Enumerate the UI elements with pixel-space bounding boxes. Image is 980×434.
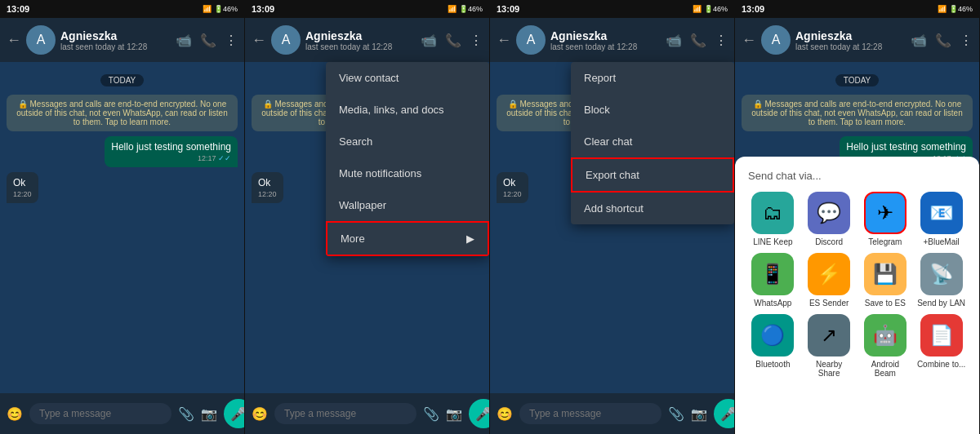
share-label-bluetooth: Bluetooth	[755, 360, 790, 369]
share-label-line-keep: LINE Keep	[753, 237, 792, 246]
phone-icon-3[interactable]: 📞	[690, 33, 706, 48]
share-item-bluetooth[interactable]: 🔵 Bluetooth	[748, 314, 798, 378]
share-label-whatsapp: WhatsApp	[754, 299, 791, 308]
bubble-in-1: Ok 12:20	[7, 172, 38, 203]
time-1: 13:09	[7, 4, 29, 14]
back-button-1[interactable]: ←	[7, 32, 21, 49]
menu-item-wallpaper[interactable]: Wallpaper	[326, 189, 489, 221]
share-item-nearby-share[interactable]: ↗ Nearby Share	[804, 314, 854, 378]
share-item-send-lan[interactable]: 📡 Send by LAN	[916, 253, 966, 308]
bubble-in-time-2: 12:20	[258, 190, 277, 198]
share-label-send-lan: Send by LAN	[917, 299, 965, 308]
share-item-combine[interactable]: 📄 Combine to...	[916, 314, 966, 378]
share-item-save-es[interactable]: 💾 Save to ES	[861, 253, 911, 308]
back-button-2[interactable]: ←	[252, 32, 266, 49]
bubble-in-time-1: 12:20	[13, 190, 32, 198]
camera-icon-2[interactable]: 📷	[446, 406, 462, 422]
message-input-1[interactable]	[29, 403, 172, 424]
menu-item-mute[interactable]: Mute notifications	[326, 157, 489, 189]
header-info-2: Agnieszka last seen today at 12:28	[305, 29, 416, 51]
video-call-icon-4[interactable]: 📹	[911, 33, 927, 48]
es-sender-icon: ⚡	[808, 253, 850, 295]
header-actions-1: 📹 📞 ⋮	[176, 33, 238, 48]
menu-item-export-chat[interactable]: Export chat	[571, 157, 734, 193]
more-icon-4[interactable]: ⋮	[960, 33, 973, 48]
share-item-discord[interactable]: 💬 Discord	[804, 192, 854, 246]
video-call-icon-2[interactable]: 📹	[421, 33, 437, 48]
bluetooth-icon: 🔵	[751, 314, 794, 356]
share-label-save-es: Save to ES	[865, 299, 906, 308]
camera-icon-1[interactable]: 📷	[201, 406, 217, 422]
whatsapp-icon: 📱	[751, 253, 794, 295]
share-item-android-beam[interactable]: 🤖 Android Beam	[861, 314, 911, 378]
panel-1: 13:09 📶 🔋46% ← A Agnieszka last seen tod…	[0, 0, 245, 434]
status-icons-1: 📶 🔋46%	[203, 5, 238, 13]
message-input-3[interactable]	[519, 403, 662, 424]
header-info-4: Agnieszka last seen today at 12:28	[795, 29, 906, 51]
menu-item-clear-chat[interactable]: Clear chat	[571, 126, 734, 157]
phone-icon-4[interactable]: 📞	[935, 33, 951, 48]
menu-item-media[interactable]: Media, links, and docs	[326, 94, 489, 126]
emoji-icon-1[interactable]: 😊	[7, 406, 23, 422]
menu-item-add-shortcut[interactable]: Add shortcut	[571, 193, 734, 224]
contact-status-3: last seen today at 12:28	[550, 42, 661, 51]
share-item-telegram[interactable]: ✈ Telegram	[861, 192, 911, 246]
avatar-2: A	[271, 25, 301, 55]
attach-icon-3[interactable]: 📎	[668, 406, 684, 422]
camera-icon-3[interactable]: 📷	[691, 406, 707, 422]
message-input-2[interactable]	[274, 403, 416, 424]
share-item-es-sender[interactable]: ⚡ ES Sender	[804, 253, 854, 308]
bubble-in-time-3: 12:20	[503, 190, 522, 198]
panel-2: 13:09 📶 🔋46% ← A Agnieszka last seen tod…	[245, 0, 490, 434]
more-icon-2[interactable]: ⋮	[470, 33, 483, 48]
mic-button-1[interactable]: 🎤	[224, 399, 245, 428]
system-message-1: 🔒 Messages and calls are end-to-end encr…	[7, 95, 238, 131]
time-3: 13:09	[497, 4, 519, 14]
discord-icon: 💬	[808, 192, 850, 234]
emoji-icon-3[interactable]: 😊	[497, 406, 513, 422]
phone-icon-1[interactable]: 📞	[200, 33, 216, 48]
phone-icon-2[interactable]: 📞	[445, 33, 461, 48]
chat-input-bar-2: 😊 📎 📷 🎤	[245, 393, 489, 434]
mic-button-3[interactable]: 🎤	[714, 399, 735, 428]
status-bar-4: 13:09 📶 🔋46%	[735, 0, 979, 18]
more-icon-3[interactable]: ⋮	[715, 33, 728, 48]
contact-name-3: Agnieszka	[550, 29, 661, 42]
date-badge-1: TODAY	[7, 72, 238, 86]
dropdown-menu-3: Report Block Clear chat Export chat Add …	[571, 62, 734, 224]
chat-header-2: ← A Agnieszka last seen today at 12:28 📹…	[245, 18, 489, 62]
attach-icon-2[interactable]: 📎	[423, 406, 439, 422]
share-item-line-keep[interactable]: 🗂 LINE Keep	[748, 192, 798, 246]
contact-status-4: last seen today at 12:28	[795, 42, 906, 51]
chat-header-3: ← A Agnieszka last seen today at 12:28 📹…	[490, 18, 734, 62]
menu-item-search[interactable]: Search	[326, 126, 489, 157]
video-call-icon-3[interactable]: 📹	[666, 33, 682, 48]
bubble-in-2: Ok 12:20	[252, 172, 283, 203]
attach-icon-1[interactable]: 📎	[178, 406, 194, 422]
contact-name-4: Agnieszka	[795, 29, 906, 42]
menu-item-view-contact[interactable]: View contact	[326, 62, 489, 94]
mic-button-2[interactable]: 🎤	[469, 399, 490, 428]
save-es-icon: 💾	[864, 253, 906, 295]
menu-item-more[interactable]: More ▶	[326, 221, 489, 256]
chat-header-4: ← A Agnieszka last seen today at 12:28 📹…	[735, 18, 979, 62]
back-button-4[interactable]: ←	[742, 32, 756, 49]
back-button-3[interactable]: ←	[497, 32, 511, 49]
bubble-out-1: Hello just testing something 12:17 ✓✓	[105, 136, 238, 167]
menu-item-block[interactable]: Block	[571, 94, 734, 126]
chat-header-1: ← A Agnieszka last seen today at 12:28 📹…	[0, 18, 244, 62]
status-bar-2: 13:09 📶 🔋46%	[245, 0, 489, 18]
share-sheet: Send chat via... 🗂 LINE Keep 💬 Discord ✈…	[735, 157, 979, 434]
share-label-telegram: Telegram	[868, 237, 902, 246]
avatar-1: A	[26, 25, 56, 55]
menu-item-report[interactable]: Report	[571, 62, 734, 94]
share-item-whatsapp[interactable]: 📱 WhatsApp	[748, 253, 798, 308]
video-call-icon-1[interactable]: 📹	[176, 33, 192, 48]
contact-status-2: last seen today at 12:28	[305, 42, 416, 51]
panel-4: 13:09 📶 🔋46% ← A Agnieszka last seen tod…	[735, 0, 980, 434]
more-icon-1[interactable]: ⋮	[225, 33, 238, 48]
emoji-icon-2[interactable]: 😊	[252, 406, 268, 422]
share-item-bluemail[interactable]: 📧 +BlueMail	[916, 192, 966, 246]
line-keep-icon: 🗂	[751, 192, 794, 234]
bubble-time-1: 12:17 ✓✓	[111, 154, 231, 162]
